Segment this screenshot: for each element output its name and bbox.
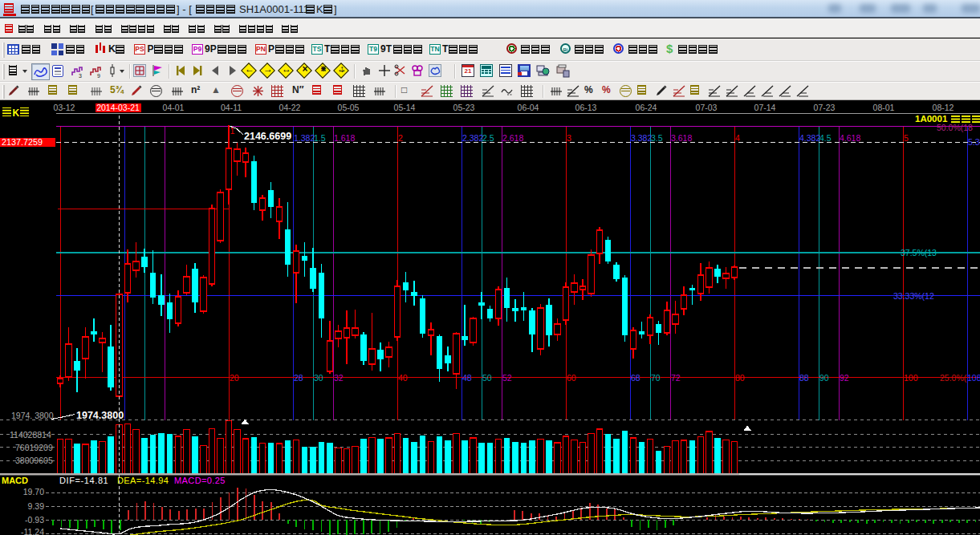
svg-text:48: 48 bbox=[462, 373, 472, 383]
svg-text:108: 108 bbox=[967, 373, 980, 383]
svg-text:08-12: 08-12 bbox=[933, 103, 954, 112]
svg-text:2.5: 2.5 bbox=[482, 133, 494, 143]
svg-text:3: 3 bbox=[567, 133, 571, 143]
svg-text:2014-03-21: 2014-03-21 bbox=[96, 103, 140, 112]
svg-text:04-22: 04-22 bbox=[279, 103, 301, 112]
svg-text:3.618: 3.618 bbox=[671, 133, 692, 143]
svg-text:100: 100 bbox=[904, 373, 918, 383]
svg-text:1.382: 1.382 bbox=[294, 133, 315, 143]
svg-text:04-11: 04-11 bbox=[221, 103, 242, 112]
svg-text:1A0001: 1A0001 bbox=[915, 114, 948, 124]
svg-text:07-03: 07-03 bbox=[696, 103, 718, 112]
svg-text:92: 92 bbox=[840, 373, 849, 383]
svg-text:88: 88 bbox=[799, 373, 809, 383]
svg-text:06-24: 06-24 bbox=[636, 103, 657, 112]
svg-text:DEA=-14.94: DEA=-14.94 bbox=[117, 476, 169, 485]
svg-text:2.382: 2.382 bbox=[462, 133, 483, 143]
svg-text:04-01: 04-01 bbox=[163, 103, 185, 112]
svg-text:05-05: 05-05 bbox=[338, 103, 360, 112]
svg-text:50.0%(18: 50.0%(18 bbox=[937, 123, 973, 132]
svg-text:5.38: 5.38 bbox=[968, 137, 980, 147]
svg-text:60: 60 bbox=[567, 373, 576, 383]
svg-text:9.39: 9.39 bbox=[28, 501, 45, 511]
svg-text:2146.6699: 2146.6699 bbox=[244, 131, 291, 142]
svg-text:DIF=-14.81: DIF=-14.81 bbox=[59, 476, 108, 485]
svg-text:06-13: 06-13 bbox=[575, 103, 597, 112]
svg-text:114028814: 114028814 bbox=[10, 430, 51, 440]
svg-text:08-01: 08-01 bbox=[873, 103, 895, 112]
svg-text:2.618: 2.618 bbox=[502, 133, 523, 143]
svg-text:52: 52 bbox=[502, 373, 512, 383]
svg-text:03-12: 03-12 bbox=[54, 103, 75, 112]
svg-text:05-14: 05-14 bbox=[394, 103, 416, 112]
svg-text:-11.24: -11.24 bbox=[21, 527, 44, 535]
svg-text:90: 90 bbox=[819, 373, 829, 383]
svg-text:25.0%(: 25.0%( bbox=[940, 373, 967, 383]
svg-text:07-23: 07-23 bbox=[814, 103, 836, 112]
svg-text:MACD: MACD bbox=[2, 476, 28, 485]
svg-text:40: 40 bbox=[398, 373, 408, 383]
svg-text:28: 28 bbox=[294, 373, 303, 383]
svg-text:19.70: 19.70 bbox=[23, 487, 44, 496]
svg-text:-0.93: -0.93 bbox=[25, 515, 44, 525]
svg-text:68: 68 bbox=[631, 373, 640, 383]
svg-text:4.618: 4.618 bbox=[840, 133, 860, 143]
svg-text:76019209: 76019209 bbox=[15, 443, 53, 452]
svg-text:3: 3 bbox=[79, 73, 82, 79]
svg-text:2: 2 bbox=[398, 133, 403, 143]
svg-text:5: 5 bbox=[904, 133, 909, 143]
svg-text:1974. 3800: 1974. 3800 bbox=[11, 411, 54, 420]
svg-text:K: K bbox=[13, 107, 20, 119]
svg-text:33.33%(12: 33.33%(12 bbox=[893, 291, 934, 301]
svg-text:MACD=0.25: MACD=0.25 bbox=[174, 476, 226, 485]
svg-text:4.5: 4.5 bbox=[819, 133, 832, 143]
svg-text:32: 32 bbox=[334, 373, 344, 383]
svg-text:1974.3800: 1974.3800 bbox=[76, 410, 124, 421]
svg-text:80: 80 bbox=[735, 373, 745, 383]
svg-text:38009605: 38009605 bbox=[15, 456, 53, 465]
svg-text:05-23: 05-23 bbox=[453, 103, 475, 112]
svg-text:3.382: 3.382 bbox=[631, 133, 652, 143]
svg-text:37.5%(13: 37.5%(13 bbox=[901, 248, 937, 257]
svg-text:1.5: 1.5 bbox=[314, 133, 326, 143]
svg-text:1.618: 1.618 bbox=[334, 133, 355, 143]
svg-text:70: 70 bbox=[651, 373, 661, 383]
svg-text:06-04: 06-04 bbox=[518, 103, 539, 112]
svg-text:20: 20 bbox=[230, 373, 239, 383]
svg-text:9: 9 bbox=[97, 73, 100, 79]
svg-text:07-14: 07-14 bbox=[754, 103, 776, 112]
svg-text:3.5: 3.5 bbox=[651, 133, 663, 143]
svg-text:2137.7259: 2137.7259 bbox=[2, 137, 43, 147]
svg-text:72: 72 bbox=[671, 373, 681, 383]
svg-text:50: 50 bbox=[482, 373, 492, 383]
svg-text:4: 4 bbox=[735, 133, 740, 143]
svg-text:4.382: 4.382 bbox=[799, 133, 820, 143]
svg-text:30: 30 bbox=[314, 373, 323, 383]
